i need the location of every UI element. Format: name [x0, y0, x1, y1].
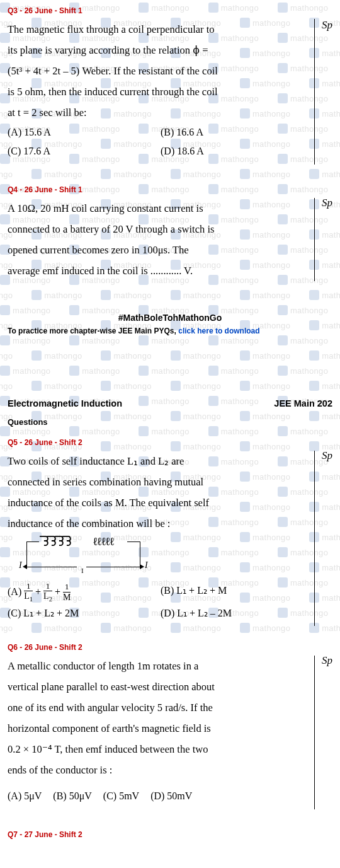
text-line: connected to a battery of 20 V through a…	[8, 223, 214, 235]
text-line: Two coils of self inductance L₁ and L₂ a…	[8, 455, 184, 467]
text-line: (5t³ + 4t + 2t – 5) Weber. If the resist…	[8, 65, 218, 77]
text-line: The magnetic flux through a coil perpend…	[8, 23, 215, 35]
option-c[interactable]: (C) 5mV	[103, 787, 139, 806]
q7-header: Q7 - 27 June - Shift 2	[8, 830, 332, 839]
q3-header: Q3 - 26 June - Shift 1	[8, 6, 332, 15]
space-tag: Sp	[322, 654, 332, 667]
practice-prefix: To practice more chapter-wise JEE Main P…	[8, 327, 178, 335]
text-line: 0.2 × 10⁻⁴ T, then emf induced between t…	[8, 743, 208, 755]
space-tag: Sp	[322, 449, 332, 462]
text-line: its plane is varying according to the re…	[8, 44, 208, 56]
option-b[interactable]: (B) L₁ + L₂ + M	[161, 581, 314, 604]
q6-text: A metallic conductor of length 1m rotate…	[8, 656, 332, 780]
option-a[interactable]: (A) 5μV	[8, 787, 42, 806]
text-line: inductance of the coils as M. The equiva…	[8, 497, 209, 509]
q5-text: Two coils of self inductance L₁ and L₂ a…	[8, 451, 332, 534]
option-d[interactable]: (D) 18.6 A	[161, 142, 314, 161]
vertical-rule	[314, 198, 315, 281]
option-a[interactable]: (A) 15.6 A	[8, 123, 161, 142]
q3-text: The magnetic flux through a coil perpend…	[8, 19, 332, 123]
text-line: A metallic conductor of length 1m rotate…	[8, 660, 198, 672]
question-q3: Q3 - 26 June - Shift 1 Sp The magnetic f…	[0, 0, 340, 168]
q3-options: (A) 15.6 A (B) 16.6 A (C) 17.6 A (D) 18.…	[8, 123, 332, 161]
text-line: is 5 ohm, then the induced current throu…	[8, 86, 218, 98]
chapter-header: Electromagnetic Induction JEE Main 202	[0, 398, 340, 408]
text-line: one of its end with angular velocity 5 r…	[8, 702, 213, 714]
vertical-rule	[314, 19, 315, 165]
option-a-prefix: (A)	[8, 586, 24, 596]
current-label-bottom: I	[81, 567, 84, 574]
option-c[interactable]: (C) L₁ + L₂ + 2M	[8, 604, 161, 623]
option-c[interactable]: (C) 17.6 A	[8, 142, 161, 161]
exam-tag: JEE Main 202	[274, 398, 332, 408]
text-line: connected in series combination having m…	[8, 476, 203, 488]
option-b[interactable]: (B) 16.6 A	[161, 123, 314, 142]
option-d[interactable]: (D) L₁ + L₂ – 2M	[161, 604, 314, 623]
question-q5: Q5 - 26 June - Shift 2 Sp Two coils of s…	[0, 438, 340, 629]
circuit-diagram: ᘊᘊᘊᘊ ℓℓℓℓℓ I I I	[20, 540, 146, 575]
question-q4: Q4 - 26 June - Shift 1 Sp A 10Ω, 20 mH c…	[0, 168, 340, 287]
content-area: Q3 - 26 June - Shift 1 Sp The magnetic f…	[0, 0, 340, 845]
vertical-rule	[314, 451, 315, 626]
q6-options: (A) 5μV (B) 50μV (C) 5mV (D) 50mV	[8, 787, 332, 806]
option-b[interactable]: (B) 50μV	[53, 787, 91, 806]
text-line: ends of the conductor is :	[8, 764, 112, 776]
option-a[interactable]: (A) 1L1 + 1L2 + 1M	[8, 581, 161, 604]
q4-text: A 10Ω, 20 mH coil carrying constant curr…	[8, 198, 332, 281]
text-line: opened current becomes zero in 100μs. Th…	[8, 244, 189, 256]
text-line: inductance of the combination will be :	[8, 518, 170, 529]
vertical-rule	[314, 656, 315, 809]
text-line: A 10Ω, 20 mH coil carrying constant curr…	[8, 202, 203, 214]
space-tag: Sp	[322, 197, 332, 209]
hashtag-promo: #MathBoleTohMathonGo	[0, 287, 340, 327]
q5-options: (A) 1L1 + 1L2 + 1M (B) L₁ + L₂ + M (C) L…	[8, 581, 332, 623]
download-link[interactable]: click here to download	[178, 327, 259, 335]
current-label-left: I	[19, 560, 22, 570]
q4-header: Q4 - 26 June - Shift 1	[8, 185, 332, 194]
option-d[interactable]: (D) 50mV	[150, 787, 192, 806]
space-tag: Sp	[322, 19, 332, 32]
page-break	[0, 342, 340, 398]
question-q6: Q6 - 26 June - Shift 2 Sp A metallic con…	[0, 629, 340, 812]
practice-line: To practice more chapter-wise JEE Main P…	[0, 327, 340, 342]
current-label-right: I	[145, 560, 148, 570]
text-line: at t = 2 sec will be:	[8, 107, 87, 119]
text-line: horizontal component of earth's magnetic…	[8, 722, 211, 734]
q5-header: Q5 - 26 June - Shift 2	[8, 438, 332, 447]
text-line: vertical plane parallel to east-west dir…	[8, 681, 215, 693]
questions-subheader: Questions	[0, 417, 340, 427]
q6-header: Q6 - 26 June - Shift 2	[8, 643, 332, 652]
question-q7: Q7 - 27 June - Shift 2	[0, 813, 340, 845]
chapter-title: Electromagnetic Induction	[8, 398, 122, 408]
text-line: average emf induced in the coil is .....…	[8, 265, 193, 277]
